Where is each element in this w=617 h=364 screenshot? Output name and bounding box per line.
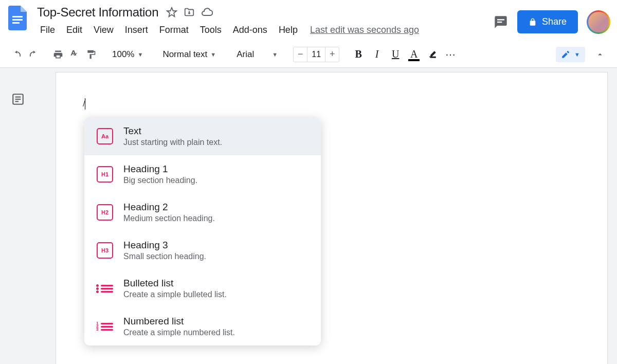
svg-rect-1 xyxy=(12,19,23,21)
share-button[interactable]: Share xyxy=(517,10,578,33)
chevron-down-icon: ▼ xyxy=(574,51,580,58)
menu-item-desc: Medium section heading. xyxy=(123,214,215,223)
menu-item-desc: Just starting with plain text. xyxy=(123,138,222,147)
font-family-select[interactable]: Arial ▼ xyxy=(231,49,283,60)
menu-tools[interactable]: Tools xyxy=(195,23,227,38)
outline-sidebar-icon[interactable] xyxy=(11,93,26,107)
text-color-button[interactable]: A xyxy=(406,47,422,62)
zoom-select[interactable]: 100% ▼ xyxy=(108,49,147,60)
font-size-increase[interactable]: + xyxy=(325,47,339,62)
italic-button[interactable]: I xyxy=(369,47,385,62)
style-value: Normal text xyxy=(162,49,207,60)
format-icon: H2 xyxy=(97,204,113,221)
menu-edit[interactable]: Edit xyxy=(61,23,87,38)
menu-item-title: Bulleted list xyxy=(123,278,227,289)
undo-icon[interactable] xyxy=(9,47,25,62)
menu-item-desc: Small section heading. xyxy=(123,252,206,261)
svg-rect-4 xyxy=(497,21,502,22)
document-title[interactable]: Top-Secret Information xyxy=(35,4,160,21)
star-icon[interactable] xyxy=(166,6,178,19)
font-size-decrease[interactable]: − xyxy=(294,47,307,62)
share-label: Share xyxy=(542,16,567,27)
font-size-stepper: − + xyxy=(293,47,339,62)
cloud-status-icon[interactable] xyxy=(201,6,213,19)
redo-icon[interactable] xyxy=(26,47,41,62)
underline-button[interactable]: U xyxy=(388,47,403,62)
bold-button[interactable]: B xyxy=(351,47,366,62)
chevron-down-icon: ▼ xyxy=(210,51,216,58)
slash-menu-item-heading-2[interactable]: H2Heading 2Medium section heading. xyxy=(84,193,321,231)
font-value: Arial xyxy=(237,49,254,60)
menu-item-title: Heading 2 xyxy=(123,202,215,213)
font-size-input[interactable] xyxy=(307,47,325,62)
slash-menu-item-bulleted-list[interactable]: Bulleted listCreate a simple bulleted li… xyxy=(84,269,321,307)
menubar: File Edit View Insert Format Tools Add-o… xyxy=(35,23,494,38)
format-icon: Aa xyxy=(97,128,113,144)
menu-file[interactable]: File xyxy=(35,23,60,38)
menu-item-title: Heading 1 xyxy=(123,163,197,175)
menu-item-desc: Create a simple bulleted list. xyxy=(123,290,227,299)
account-avatar[interactable] xyxy=(587,11,610,33)
menu-item-desc: Big section heading. xyxy=(123,176,197,185)
last-edit-link[interactable]: Last edit was seconds ago xyxy=(310,25,419,35)
menu-view[interactable]: View xyxy=(88,23,119,38)
menu-item-title: Heading 3 xyxy=(123,240,206,251)
format-icon: H1 xyxy=(97,166,113,183)
toolbar: 100% ▼ Normal text ▼ Arial ▼ − + B I U A… xyxy=(0,41,617,68)
print-icon[interactable] xyxy=(50,47,66,62)
slash-menu-item-numbered-list[interactable]: Numbered listCreate a simple numbered li… xyxy=(84,307,321,345)
collapse-toolbar-icon[interactable] xyxy=(592,47,608,62)
docs-logo-icon[interactable] xyxy=(7,4,28,32)
spellcheck-icon[interactable] xyxy=(67,47,82,62)
menu-format[interactable]: Format xyxy=(154,23,194,38)
slash-menu-item-heading-3[interactable]: H3Heading 3Small section heading. xyxy=(84,231,321,269)
bulleted-list-icon xyxy=(97,280,113,297)
move-to-folder-icon[interactable] xyxy=(183,6,195,19)
menu-help[interactable]: Help xyxy=(274,23,303,38)
slash-menu-item-heading-1[interactable]: H1Heading 1Big section heading. xyxy=(84,155,321,193)
menu-item-title: Text xyxy=(123,125,222,137)
menu-item-desc: Create a simple numbered list. xyxy=(123,328,235,337)
slash-command-menu: AaTextJust starting with plain text.H1He… xyxy=(84,117,321,345)
editing-mode-button[interactable]: ▼ xyxy=(556,47,585,62)
paint-format-icon[interactable] xyxy=(83,47,99,62)
more-toolbar-icon[interactable]: ⋯ xyxy=(443,47,459,62)
svg-rect-2 xyxy=(12,22,20,24)
highlight-button[interactable] xyxy=(425,47,440,62)
svg-rect-3 xyxy=(497,19,504,20)
chevron-down-icon: ▼ xyxy=(272,51,278,58)
slash-menu-item-text[interactable]: AaTextJust starting with plain text. xyxy=(84,117,321,155)
svg-rect-0 xyxy=(12,16,23,17)
menu-insert[interactable]: Insert xyxy=(120,23,153,38)
paragraph-style-select[interactable]: Normal text ▼ xyxy=(157,49,221,60)
menu-item-title: Numbered list xyxy=(123,316,235,327)
menu-addons[interactable]: Add-ons xyxy=(228,23,273,38)
comments-icon[interactable] xyxy=(494,15,508,29)
chevron-down-icon: ▼ xyxy=(137,51,143,58)
format-icon: H3 xyxy=(97,242,113,259)
document-content[interactable]: / xyxy=(83,97,86,110)
numbered-list-icon xyxy=(97,318,113,335)
zoom-value: 100% xyxy=(112,49,134,60)
